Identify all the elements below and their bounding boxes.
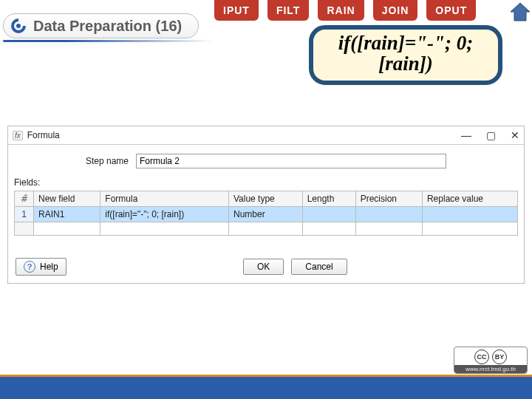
ok-button[interactable]: OK xyxy=(243,259,284,275)
help-button-label: Help xyxy=(40,262,58,272)
cell-precision[interactable] xyxy=(355,207,422,222)
footer-bar xyxy=(0,377,532,399)
cc-icon: CC xyxy=(474,349,489,364)
close-icon[interactable]: ✕ xyxy=(511,129,519,141)
minimize-icon[interactable]: — xyxy=(461,129,471,141)
svg-point-1 xyxy=(16,24,21,28)
col-precision[interactable]: Precision xyxy=(355,191,422,207)
tab-oput[interactable]: OPUT xyxy=(426,0,476,21)
cell-length[interactable] xyxy=(302,207,355,222)
breadcrumb: Data Preparation (16) xyxy=(3,13,199,38)
col-formula[interactable]: Formula xyxy=(100,191,229,207)
dialog-buttons: ? Help OK Cancel xyxy=(14,258,518,276)
home-icon[interactable] xyxy=(502,0,532,30)
dialog-titlebar: fx Formula — ▢ ✕ xyxy=(8,126,524,145)
formula-dialog: fx Formula — ▢ ✕ Step name Fields: New f… xyxy=(7,126,525,284)
cell-replace[interactable] xyxy=(422,207,517,222)
cell-newfield[interactable]: RAIN1 xyxy=(34,207,100,222)
table-row[interactable]: 1 RAIN1 if([rain]="-"; 0; [rain]) Number xyxy=(15,207,518,222)
cc-url: www.nrct.tmd.go.th xyxy=(454,365,527,373)
cc-icons: CC BY xyxy=(454,347,527,365)
col-newfield[interactable]: New field xyxy=(34,191,100,207)
help-button[interactable]: ? Help xyxy=(16,258,66,276)
dialog-title: Formula xyxy=(27,130,60,140)
table-row-empty[interactable] xyxy=(15,222,518,236)
cell-rownum: 1 xyxy=(15,207,34,222)
tab-iput[interactable]: IPUT xyxy=(214,0,259,21)
tab-rain[interactable]: RAIN xyxy=(318,0,364,21)
by-icon: BY xyxy=(492,349,507,364)
page-title: Data Preparation (16) xyxy=(33,18,182,35)
col-valuetype[interactable]: Value type xyxy=(228,191,302,207)
step-name-input[interactable] xyxy=(136,154,446,168)
svg-marker-0 xyxy=(511,3,530,21)
fields-label: Fields: xyxy=(14,177,518,188)
maximize-icon[interactable]: ▢ xyxy=(486,129,496,141)
col-length[interactable]: Length xyxy=(302,191,355,207)
cc-license-badge[interactable]: CC BY www.nrct.tmd.go.th xyxy=(454,347,528,374)
tab-join[interactable]: JOIN xyxy=(373,0,418,21)
swirl-icon xyxy=(10,17,27,35)
cell-valuetype[interactable]: Number xyxy=(228,207,302,222)
col-replace[interactable]: Replace value xyxy=(422,191,517,207)
col-rownum xyxy=(15,191,34,207)
workflow-tabs: IPUT FILT RAIN JOIN OPUT xyxy=(214,0,476,21)
cancel-button[interactable]: Cancel xyxy=(291,259,347,275)
breadcrumb-underline xyxy=(3,40,214,42)
fields-grid[interactable]: New field Formula Value type Length Prec… xyxy=(14,191,518,236)
window-controls: — ▢ ✕ xyxy=(461,129,519,141)
formula-callout: if([rain]="-"; 0; [rain]) xyxy=(309,25,502,85)
help-icon: ? xyxy=(24,261,35,273)
cell-formula[interactable]: if([rain]="-"; 0; [rain]) xyxy=(100,207,229,222)
fx-icon: fx xyxy=(13,131,23,140)
tab-filt[interactable]: FILT xyxy=(267,0,310,21)
step-name-label: Step name xyxy=(86,156,129,166)
